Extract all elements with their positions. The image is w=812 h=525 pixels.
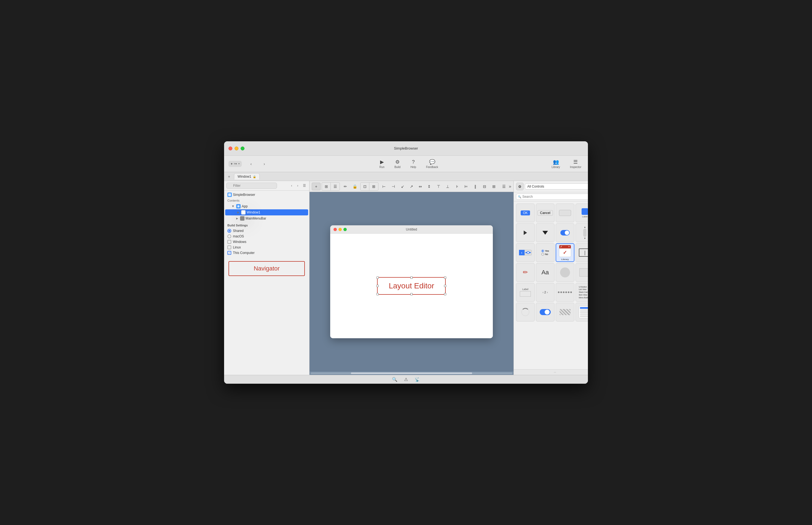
- align-center-button[interactable]: ⊣: [389, 183, 398, 190]
- build-item-linux[interactable]: Linux: [227, 244, 306, 250]
- flip-h-button[interactable]: ⇔: [416, 183, 425, 190]
- lib-item-misc[interactable]: UI Button List View Stack Canvas Item Vi…: [576, 283, 588, 302]
- forward-button[interactable]: ›: [261, 160, 268, 168]
- sidebar-item-app[interactable]: ▶ App: [224, 203, 309, 209]
- distribute-h-button[interactable]: ⊧: [453, 183, 461, 190]
- resize-handle-bl[interactable]: [377, 293, 379, 295]
- tab-window1[interactable]: Window1 🔒: [234, 173, 260, 180]
- mainmenubar-arrow[interactable]: ▶: [235, 216, 239, 220]
- run-button[interactable]: ▶ Run: [377, 158, 387, 170]
- sidebar-prev-arrow[interactable]: ‹: [289, 183, 294, 189]
- lib-item-rect[interactable]: [576, 263, 588, 282]
- distribute-v-button[interactable]: ⊨: [462, 183, 471, 190]
- feedback-button[interactable]: 💬 Feedback: [424, 158, 441, 170]
- list-view-button[interactable]: ☰: [331, 183, 340, 190]
- arrange-front-button[interactable]: ↗: [407, 183, 416, 190]
- lib-item-spinner[interactable]: [516, 303, 535, 321]
- scrollbar-thumb[interactable]: [351, 372, 472, 374]
- lib-item-textfield[interactable]: |: [576, 243, 588, 262]
- search-input[interactable]: [516, 194, 588, 200]
- sidebar-item-mainmenubar[interactable]: ▶ MainMenuBar: [224, 215, 309, 222]
- radio-shared[interactable]: [227, 229, 231, 233]
- back-button[interactable]: ‹: [247, 160, 255, 168]
- resize-handle-tl[interactable]: [377, 276, 379, 279]
- sidebar-list-toggle[interactable]: ☰: [301, 183, 307, 189]
- lib-item-cancel[interactable]: Cancel: [536, 204, 555, 222]
- mock-content[interactable]: Layout Editor: [330, 234, 493, 338]
- app-expand-arrow[interactable]: ▶: [231, 205, 235, 208]
- zoom-out-button[interactable]: ⊟: [480, 183, 489, 190]
- window1-arrow[interactable]: ▶: [236, 210, 240, 214]
- close-button[interactable]: [228, 147, 232, 150]
- overflow-button[interactable]: »: [509, 184, 511, 189]
- checkbox-linux[interactable]: [227, 245, 231, 249]
- help-button[interactable]: ? Help: [408, 158, 418, 170]
- checkbox-this-computer[interactable]: ✓: [227, 251, 231, 255]
- lib-item-toggle[interactable]: [556, 223, 574, 242]
- maximize-button[interactable]: [241, 147, 245, 150]
- resize-fit-button[interactable]: ⊡: [360, 183, 369, 190]
- lib-item-yes-no[interactable]: Yes No: [536, 243, 555, 262]
- distribute-space-button[interactable]: ∥: [471, 183, 479, 190]
- resize-handle-br[interactable]: [444, 293, 446, 295]
- minimize-button[interactable]: [235, 147, 238, 150]
- lib-item-calendar[interactable]: ✓ ✕ ✓ Library: [556, 243, 574, 262]
- filter-dropdown[interactable]: All Controls ▾: [525, 183, 588, 190]
- lib-item-stepper-ctrl[interactable]: ‹ 2 ›: [536, 283, 555, 302]
- add-tab-button[interactable]: +: [226, 174, 232, 179]
- sidebar-item-window1[interactable]: ▶ Window1: [225, 209, 308, 215]
- build-item-shared[interactable]: Shared: [227, 228, 306, 234]
- radio-macos[interactable]: [227, 235, 231, 238]
- settings-button[interactable]: ⚙: [516, 183, 524, 190]
- align-left-button[interactable]: ⊢: [380, 183, 388, 190]
- lib-item-ok[interactable]: OK: [516, 204, 535, 222]
- library-button[interactable]: 👥 Library: [549, 158, 562, 170]
- lib-item-circle[interactable]: [556, 263, 574, 282]
- lock-button[interactable]: 🔒: [350, 183, 359, 190]
- insert-button[interactable]: + +▾ ▾: [228, 161, 242, 167]
- checkbox-windows[interactable]: [227, 240, 231, 244]
- panel-toggle-button[interactable]: ☰: [499, 183, 508, 190]
- edit-button[interactable]: ✏: [341, 183, 350, 190]
- sidebar-next-arrow[interactable]: ›: [295, 183, 300, 189]
- sidebar-item-project[interactable]: SimpleBrowser: [224, 192, 309, 198]
- lib-item-down-triangle[interactable]: [536, 223, 555, 242]
- lib-item-seg-left[interactable]: ‹: [516, 243, 535, 262]
- build-item-windows[interactable]: Windows: [227, 239, 306, 244]
- scrollbar-track[interactable]: [311, 372, 512, 374]
- build-button[interactable]: ⚙ Build: [392, 158, 403, 170]
- lib-item-stepper-v[interactable]: ▲ ▼: [576, 223, 588, 242]
- lib-item-icon-label[interactable]: Label: [576, 204, 588, 222]
- lib-item-striped[interactable]: [556, 303, 574, 321]
- editor-scrollbar[interactable]: [310, 372, 514, 375]
- resize-handle-ml[interactable]: [377, 285, 379, 287]
- lib-item-toggle2[interactable]: [536, 303, 555, 321]
- resize-handle-mr[interactable]: [444, 285, 446, 287]
- resize-fill-button[interactable]: ⊞: [369, 183, 378, 190]
- resize-handle-tr[interactable]: [444, 276, 446, 279]
- resize-handle-tm[interactable]: [410, 276, 413, 279]
- lib-item-empty-btn[interactable]: [556, 204, 574, 222]
- inspector-button[interactable]: ☰ Inspector: [568, 158, 584, 170]
- align-bottom-button[interactable]: ⊥: [443, 183, 452, 190]
- lib-item-font[interactable]: Aa: [536, 263, 555, 282]
- lib-item-play[interactable]: [516, 223, 535, 242]
- lib-item-label[interactable]: Label: [516, 283, 535, 302]
- lib-item-dots[interactable]: [556, 283, 574, 302]
- broadcast-icon[interactable]: 📡: [415, 377, 420, 382]
- lib-item-seg-ctrl[interactable]: [576, 303, 588, 321]
- arrange-back-button[interactable]: ↙: [398, 183, 407, 190]
- align-top-button[interactable]: ⊤: [434, 183, 443, 190]
- lib-item-brush[interactable]: ✏: [516, 263, 535, 282]
- resize-handle-bm[interactable]: [410, 293, 413, 295]
- add-control-button[interactable]: +: [312, 183, 321, 190]
- library-bottom-expand[interactable]: ···: [514, 369, 588, 375]
- build-item-this-computer[interactable]: ✓ This Computer: [227, 250, 306, 256]
- flip-v-button[interactable]: ⇕: [425, 183, 433, 190]
- zoom-in-button[interactable]: ⊞: [489, 183, 498, 190]
- filter-input[interactable]: [226, 183, 277, 189]
- grid-view-button[interactable]: ⊞: [322, 183, 331, 190]
- build-item-macos[interactable]: macOS: [227, 234, 306, 239]
- search-bottom-icon[interactable]: 🔍: [392, 377, 397, 382]
- warning-icon[interactable]: ⚠: [404, 377, 408, 382]
